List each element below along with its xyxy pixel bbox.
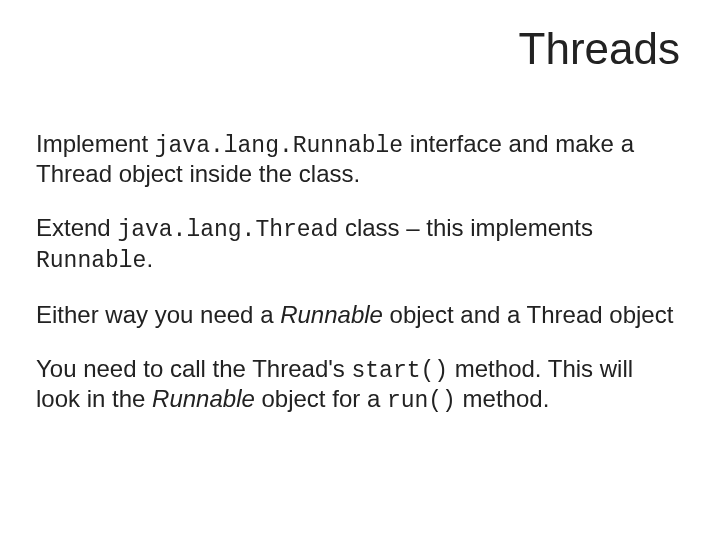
text: Implement — [36, 130, 155, 157]
text: method. — [456, 385, 549, 412]
text: class – this implements — [338, 214, 593, 241]
code-thread-fqn: java.lang.Thread — [117, 217, 338, 243]
paragraph-3: Either way you need a Runnable object an… — [36, 301, 680, 329]
slide-title: Threads — [36, 24, 680, 74]
italic-runnable: Runnable — [152, 385, 255, 412]
slide-body: Implement java.lang.Runnable interface a… — [36, 130, 680, 415]
paragraph-1: Implement java.lang.Runnable interface a… — [36, 130, 680, 188]
paragraph-2: Extend java.lang.Thread class – this imp… — [36, 214, 680, 274]
code-run: run() — [387, 388, 456, 414]
paragraph-4: You need to call the Thread's start() me… — [36, 355, 680, 415]
code-runnable-fqn: java.lang.Runnable — [155, 133, 403, 159]
italic-runnable: Runnable — [280, 301, 383, 328]
text: You need to call the Thread's — [36, 355, 351, 382]
slide: Threads Implement java.lang.Runnable int… — [0, 0, 720, 540]
code-start: start() — [351, 358, 448, 384]
text: object for a — [255, 385, 387, 412]
text: Either way you need a — [36, 301, 280, 328]
text: object and a Thread object — [383, 301, 673, 328]
text: Extend — [36, 214, 117, 241]
code-runnable: Runnable — [36, 248, 146, 274]
text: . — [146, 245, 153, 272]
